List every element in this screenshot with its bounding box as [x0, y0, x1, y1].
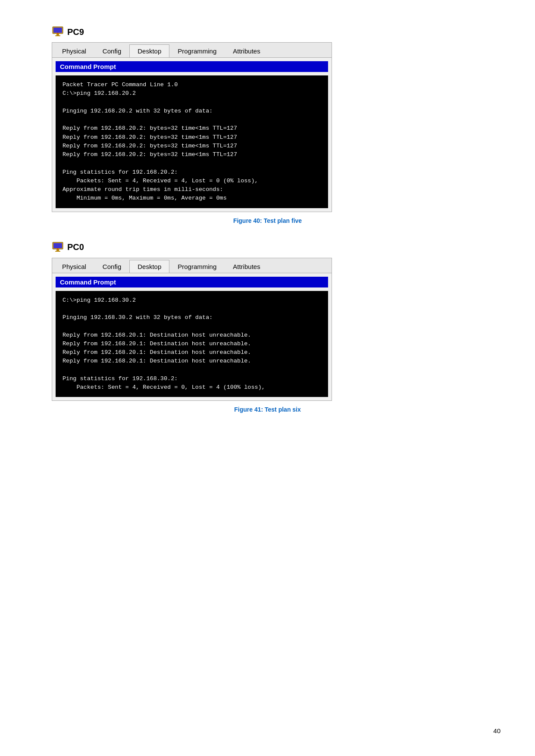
figure-40-name: PC9 — [67, 27, 84, 37]
figure-40-terminal: Packet Tracer PC Command Line 1.0 C:\>pi… — [56, 75, 328, 208]
figure-41-tab-bar: PhysicalConfigDesktopProgrammingAttribut… — [52, 258, 332, 273]
page-number: 40 — [493, 727, 501, 734]
figure-41-name: PC0 — [67, 242, 84, 252]
figure-40-content: Command PromptPacket Tracer PC Command L… — [52, 61, 332, 208]
svg-rect-9 — [55, 251, 60, 252]
svg-rect-4 — [53, 28, 62, 33]
figure-41-tab-attributes[interactable]: Attributes — [225, 260, 268, 273]
svg-point-11 — [57, 248, 58, 249]
pc-icon — [52, 26, 64, 38]
svg-rect-2 — [56, 34, 59, 35]
figure-41-tab-config[interactable]: Config — [94, 260, 129, 273]
figure-40-tab-attributes[interactable]: Attributes — [225, 44, 268, 57]
figure-40-container: PC9PhysicalConfigDesktopProgrammingAttri… — [52, 26, 483, 224]
figure-41-tab-desktop[interactable]: Desktop — [129, 260, 169, 273]
pc-icon — [52, 241, 64, 253]
figure-41-command-prompt-bar[interactable]: Command Prompt — [56, 277, 328, 287]
figure-41-container: PC0PhysicalConfigDesktopProgrammingAttri… — [52, 241, 483, 413]
figure-41-header: PC0 — [52, 241, 483, 253]
figure-40-tab-bar: PhysicalConfigDesktopProgrammingAttribut… — [52, 43, 332, 58]
svg-rect-3 — [55, 35, 60, 36]
figure-41-terminal: C:\>ping 192.168.30.2 Pinging 192.168.30… — [56, 291, 328, 397]
figure-40-header: PC9 — [52, 26, 483, 38]
svg-rect-8 — [56, 249, 59, 251]
figure-40-caption: Figure 40: Test plan five — [52, 217, 483, 224]
figure-40-tab-config[interactable]: Config — [94, 44, 129, 57]
figure-40-tab-programming[interactable]: Programming — [169, 44, 225, 57]
figure-41-content: Command PromptC:\>ping 192.168.30.2 Ping… — [52, 277, 332, 397]
svg-point-5 — [57, 33, 58, 34]
figure-40-tab-physical[interactable]: Physical — [54, 44, 94, 57]
figure-40-window: PhysicalConfigDesktopProgrammingAttribut… — [52, 42, 332, 212]
figure-40-tab-desktop[interactable]: Desktop — [129, 44, 169, 57]
figure-40-command-prompt-bar[interactable]: Command Prompt — [56, 61, 328, 72]
figure-41-tab-programming[interactable]: Programming — [169, 260, 225, 273]
figure-41-window: PhysicalConfigDesktopProgrammingAttribut… — [52, 258, 332, 401]
figure-41-caption: Figure 41: Test plan six — [52, 406, 483, 413]
figure-41-tab-physical[interactable]: Physical — [54, 260, 94, 273]
svg-rect-10 — [53, 243, 62, 248]
